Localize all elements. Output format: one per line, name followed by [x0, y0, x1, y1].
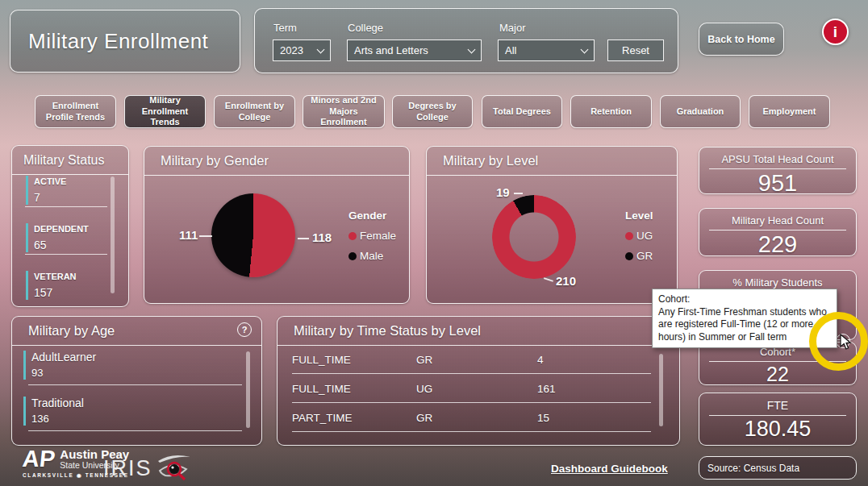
- military-by-age-panel: Military by Age ? AdultLearner 93 Tradit…: [11, 316, 262, 446]
- divider: [28, 430, 242, 431]
- tooltip-title: Cohort:: [658, 293, 831, 306]
- divider: [25, 206, 107, 207]
- kpi-total-head-count: APSU Total Head Count 951: [699, 147, 857, 194]
- level-gr-value-label: 19: [496, 185, 510, 199]
- kpi-fte: FTE 180.45: [699, 393, 857, 446]
- college-label: College: [348, 22, 383, 34]
- scrollbar[interactable]: [246, 351, 250, 428]
- term-value: 2023: [280, 44, 303, 56]
- divider: [709, 415, 846, 416]
- level-chart-title: Military by Level: [427, 147, 677, 176]
- callout-line: [514, 193, 523, 194]
- tooltip-body: Any First-Time Freshman students who are…: [658, 306, 831, 344]
- gr-dot-icon: [625, 252, 633, 260]
- gender-chart-title: Military by Gender: [144, 147, 409, 176]
- scrollbar[interactable]: [659, 354, 663, 426]
- gender-male-value-label: 111: [179, 228, 198, 242]
- male-dot-icon: [348, 252, 357, 260]
- iris-eye-icon: [152, 451, 196, 485]
- tab-minors-2nd-majors[interactable]: Minors and 2nd Majors Enrollment: [303, 95, 385, 128]
- callout-line: [544, 277, 553, 281]
- chevron-down-icon: [581, 45, 589, 53]
- accent-bar: [26, 223, 28, 252]
- military-by-level-panel: Military by Level 19 210 Level UG GR: [426, 146, 678, 304]
- divider: [25, 254, 107, 255]
- military-by-gender-panel: Military by Gender 111 118 Gender Female…: [144, 146, 410, 304]
- page-title-panel: Military Enrollment: [10, 10, 240, 73]
- tab-retention[interactable]: Retention: [570, 95, 652, 128]
- scrollbar[interactable]: [111, 177, 115, 293]
- divider: [292, 373, 651, 374]
- divider: [292, 402, 651, 403]
- level-donut[interactable]: [492, 195, 576, 279]
- info-icon[interactable]: i: [822, 19, 849, 45]
- legend-item[interactable]: Female: [348, 230, 396, 242]
- major-dropdown[interactable]: All: [498, 39, 595, 61]
- age-panel-title: Military by Age: [12, 317, 261, 346]
- ap-monogram-icon: AP: [22, 448, 56, 469]
- college-value: Arts and Letters: [354, 44, 428, 56]
- page-title: Military Enrollment: [28, 29, 208, 54]
- legend-item[interactable]: GR: [625, 250, 653, 262]
- accent-bar: [26, 271, 28, 300]
- help-icon[interactable]: ?: [237, 322, 252, 337]
- legend-item[interactable]: UG: [625, 230, 653, 242]
- legend-item[interactable]: Male: [348, 250, 396, 262]
- filter-bar: Term 2023 College Arts and Letters Major…: [254, 8, 678, 73]
- female-dot-icon: [348, 232, 357, 240]
- dashboard-guidebook-link[interactable]: Dashboard Guidebook: [551, 463, 668, 475]
- gender-legend: Gender Female Male: [348, 210, 396, 262]
- dashboard: Military Enrollment Term 2023 College Ar…: [0, 0, 868, 486]
- accent-bar: [23, 351, 26, 380]
- callout-line: [298, 238, 309, 239]
- tab-degrees-by-college[interactable]: Degrees by College: [392, 95, 473, 128]
- military-status-panel: Military Status ACTIVE 7 DEPENDENT 65 VE…: [11, 145, 129, 307]
- gender-female-value-label: 118: [312, 231, 332, 244]
- gender-pie[interactable]: [211, 193, 295, 277]
- back-to-home-button[interactable]: Back to Home: [699, 23, 784, 56]
- highlight-ring: [809, 312, 868, 371]
- kpi-military-head-count: Military Head Count 229: [699, 208, 857, 256]
- military-status-title: Military Status: [12, 146, 128, 175]
- reset-button[interactable]: Reset: [607, 39, 664, 61]
- tab-enrollment-profile-trends[interactable]: Enrollment Profile Trends: [35, 95, 116, 128]
- callout-line: [199, 235, 212, 237]
- time-status-table-panel: Military by Time Status by Level FULL_TI…: [277, 316, 680, 446]
- major-value: All: [505, 44, 516, 56]
- chevron-down-icon: [317, 45, 325, 53]
- tab-enrollment-by-college[interactable]: Enrollment by College: [214, 95, 295, 128]
- divider: [709, 168, 846, 169]
- divider: [709, 230, 846, 231]
- ug-dot-icon: [625, 232, 633, 240]
- mouse-cursor-icon: [840, 334, 852, 354]
- tab-graduation[interactable]: Graduation: [660, 95, 741, 128]
- chevron-down-icon: [468, 45, 476, 53]
- source-note: Source: Census Data: [699, 456, 857, 480]
- tab-military-enrollment-trends[interactable]: Military Enrollment Trends: [124, 95, 206, 128]
- college-dropdown[interactable]: Arts and Letters: [347, 39, 482, 61]
- accent-bar: [26, 176, 28, 205]
- tab-total-degrees[interactable]: Total Degrees: [482, 95, 562, 128]
- level-ug-value-label: 210: [556, 274, 576, 288]
- accent-bar: [23, 397, 26, 426]
- term-dropdown[interactable]: 2023: [273, 39, 331, 61]
- term-label: Term: [273, 22, 297, 34]
- time-status-title: Military by Time Status by Level: [278, 317, 679, 346]
- iris-logo: IRIS: [103, 451, 196, 485]
- tab-employment[interactable]: Employment: [749, 95, 830, 128]
- major-label: Major: [499, 22, 526, 34]
- divider: [28, 384, 242, 385]
- level-legend: Level UG GR: [625, 210, 653, 262]
- divider: [292, 431, 651, 432]
